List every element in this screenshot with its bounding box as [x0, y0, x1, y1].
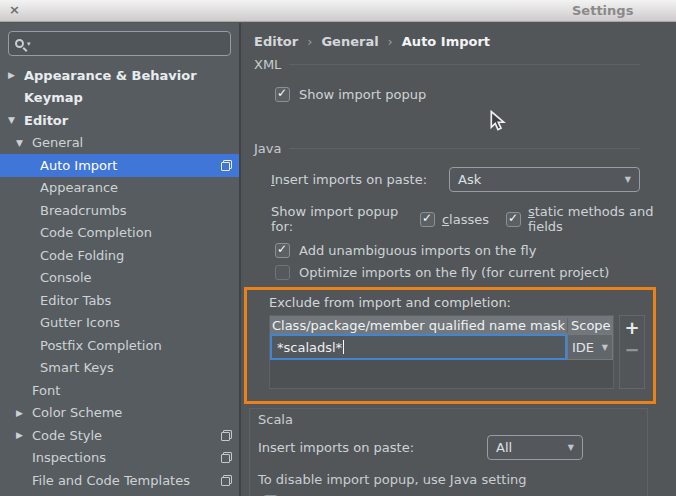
sidebar-item-file-and-code-templates[interactable]: File and Code Templates — [0, 469, 239, 492]
show-import-popup-checkbox[interactable] — [275, 87, 290, 102]
exclude-table-row[interactable]: *scaladsl* IDE ▼ — [270, 334, 613, 360]
exclude-table[interactable]: Class/package/member qualified name mask… — [269, 315, 614, 389]
sidebar-item-editor[interactable]: ▼Editor — [0, 109, 239, 132]
sidebar-item-label: Keymap — [24, 90, 232, 105]
window-title: Settings — [572, 3, 633, 18]
classes-checkbox[interactable] — [420, 212, 435, 227]
scala-insert-imports-select[interactable]: All ▼ — [487, 435, 583, 460]
breadcrumb-item-auto-import: Auto Import — [402, 34, 490, 49]
exclude-label: Exclude from import and completion: — [269, 295, 647, 310]
shared-settings-icon — [221, 475, 232, 486]
java-section-title: Java — [254, 141, 281, 156]
sidebar-item-console[interactable]: Console — [0, 267, 239, 290]
sidebar-item-auto-import[interactable]: Auto Import — [0, 154, 239, 177]
sidebar-item-label: Appearance — [40, 180, 232, 195]
sidebar-item-label: General — [32, 135, 232, 150]
sidebar-item-appearance[interactable]: Appearance — [0, 177, 239, 200]
remove-row-button[interactable]: − — [624, 344, 639, 356]
java-add-unambiguous-row[interactable]: Add unambiguous imports on the fly — [275, 243, 676, 258]
java-section-header: Java — [254, 141, 640, 156]
section-divider — [289, 148, 640, 149]
classes-label: classes — [442, 212, 489, 227]
static-methods-checkbox-pair[interactable]: static methods and fields — [506, 204, 676, 234]
exclude-table-header: Class/package/member qualified name mask… — [270, 316, 613, 334]
static-methods-label: static methods and fields — [528, 204, 676, 234]
chevron-collapsed-icon[interactable]: ▶ — [16, 408, 32, 418]
chevron-down-icon: ▼ — [625, 175, 631, 184]
sidebar-item-label: Inspections — [32, 450, 221, 465]
insert-imports-on-paste-label: Insert imports on paste: — [271, 172, 427, 187]
show-import-popup-for-row: Show import popup for: classes static me… — [271, 204, 676, 234]
sidebar-item-font[interactable]: Font — [0, 379, 239, 402]
exclude-table-toolbar: + − — [619, 315, 645, 389]
sidebar-item-label: Postfix Completion — [40, 338, 232, 353]
sidebar-item-label: Code Folding — [40, 248, 232, 263]
breadcrumb-item-general[interactable]: General — [321, 34, 378, 49]
scala-group-title: Scala — [258, 412, 637, 427]
chevron-expanded-icon[interactable]: ▼ — [16, 138, 32, 148]
classes-checkbox-pair[interactable]: classes — [420, 212, 489, 227]
breadcrumb: Editor › General › Auto Import — [254, 34, 676, 49]
scala-note: To disable import popup, use Java settin… — [258, 472, 637, 487]
search-icon — [15, 39, 24, 48]
close-icon[interactable]: × — [9, 2, 20, 17]
settings-search-input[interactable]: ▾ — [8, 31, 231, 56]
java-add-unambiguous-checkbox[interactable] — [275, 243, 290, 258]
java-optimize-imports-row[interactable]: Optimize imports on the fly (for current… — [275, 265, 676, 280]
sidebar-item-editor-tabs[interactable]: Editor Tabs — [0, 289, 239, 312]
show-import-popup-checkbox-row[interactable]: Show import popup — [275, 87, 676, 102]
static-methods-checkbox[interactable] — [506, 212, 521, 227]
scala-insert-imports-row: Insert imports on paste: All ▼ — [258, 435, 637, 460]
settings-sidebar: ▾ ▶Appearance & BehaviorKeymap▼Editor▼Ge… — [0, 23, 241, 496]
shared-settings-icon — [221, 160, 232, 171]
sidebar-item-label: Breadcrumbs — [40, 203, 232, 218]
sidebar-item-code-style[interactable]: ▶Code Style — [0, 424, 239, 447]
sidebar-item-keymap[interactable]: Keymap — [0, 87, 239, 110]
highlight-rectangle: Exclude from import and completion: Clas… — [244, 287, 656, 404]
sidebar-item-gutter-icons[interactable]: Gutter Icons — [0, 312, 239, 335]
sidebar-item-appearance-behavior[interactable]: ▶Appearance & Behavior — [0, 64, 239, 87]
chevron-expanded-icon[interactable]: ▼ — [8, 115, 24, 125]
search-options-chevron-icon[interactable]: ▾ — [27, 40, 31, 48]
xml-section-header: XML — [254, 57, 640, 72]
sidebar-item-code-completion[interactable]: Code Completion — [0, 222, 239, 245]
chevron-down-icon: ▼ — [602, 343, 608, 352]
sidebar-item-breadcrumbs[interactable]: Breadcrumbs — [0, 199, 239, 222]
sidebar-item-postfix-completion[interactable]: Postfix Completion — [0, 334, 239, 357]
chevron-down-icon: ▼ — [568, 443, 574, 452]
scala-group: Scala Insert imports on paste: All ▼ To … — [249, 408, 648, 496]
show-import-popup-label: Show import popup — [299, 87, 426, 102]
java-optimize-imports-label: Optimize imports on the fly (for current… — [299, 265, 609, 280]
scope-select[interactable]: IDE ▼ — [567, 334, 613, 360]
chevron-collapsed-icon[interactable]: ▶ — [8, 70, 24, 80]
sidebar-item-label: Font — [32, 383, 232, 398]
add-row-button[interactable]: + — [624, 319, 639, 337]
xml-section-title: XML — [254, 57, 281, 72]
java-optimize-imports-checkbox[interactable] — [275, 265, 290, 280]
sidebar-item-label: Code Completion — [40, 225, 232, 240]
chevron-collapsed-icon[interactable]: ▶ — [16, 430, 32, 440]
insert-imports-on-paste-select[interactable]: Ask ▼ — [449, 167, 640, 192]
sidebar-item-label: Auto Import — [40, 158, 221, 173]
scope-column-header: Scope — [567, 318, 613, 333]
mask-column-header: Class/package/member qualified name mask — [270, 318, 567, 333]
section-divider — [289, 64, 640, 65]
sidebar-item-label: Editor — [24, 113, 232, 128]
shared-settings-icon — [221, 452, 232, 463]
sidebar-item-code-folding[interactable]: Code Folding — [0, 244, 239, 267]
breadcrumb-item-editor[interactable]: Editor — [254, 34, 298, 49]
sidebar-item-general[interactable]: ▼General — [0, 132, 239, 155]
sidebar-item-label: Code Style — [32, 428, 221, 443]
java-add-unambiguous-label: Add unambiguous imports on the fly — [299, 243, 536, 258]
sidebar-item-label: Console — [40, 270, 232, 285]
settings-tree: ▶Appearance & BehaviorKeymap▼Editor▼Gene… — [0, 60, 239, 496]
sidebar-item-smart-keys[interactable]: Smart Keys — [0, 357, 239, 380]
sidebar-item-color-scheme[interactable]: ▶Color Scheme — [0, 402, 239, 425]
insert-imports-on-paste-row: Insert imports on paste: Ask ▼ — [271, 167, 640, 192]
sidebar-item-label: Smart Keys — [40, 360, 232, 375]
sidebar-item-inspections[interactable]: Inspections — [0, 447, 239, 470]
sidebar-item-label: Gutter Icons — [40, 315, 232, 330]
mask-input[interactable]: *scaladsl* — [270, 334, 567, 360]
sidebar-item-label: File and Code Templates — [32, 473, 221, 488]
breadcrumb-separator: › — [307, 34, 312, 49]
